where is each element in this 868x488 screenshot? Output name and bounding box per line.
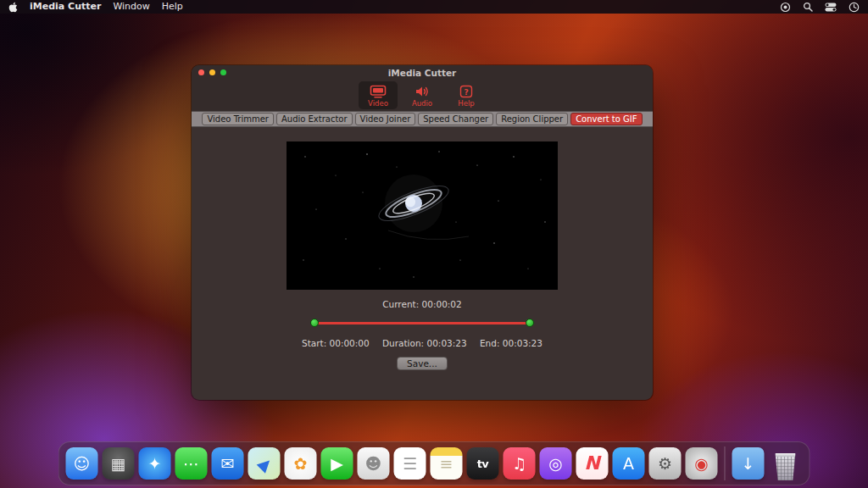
settings-gear-icon: ⚙ [658, 456, 672, 472]
window-content: Current: 00:00:02 Start: 00:00:00 Durati… [192, 127, 653, 370]
screen-record-icon[interactable] [780, 2, 791, 13]
window-toolbar: Video Audio ? Help [192, 80, 653, 111]
dock-icon-messages[interactable]: ⋯ [175, 447, 208, 480]
end-time-label: End: 00:03:23 [480, 338, 542, 348]
spotlight-search-icon[interactable] [803, 2, 813, 12]
toolbar-label-audio: Audio [412, 100, 432, 108]
toolbar-label-help: Help [458, 100, 474, 108]
start-time-label: Start: 00:00:00 [302, 338, 370, 348]
reminders-list-icon: ☰ [403, 456, 417, 472]
app-store-icon: A [623, 456, 634, 472]
imedia-cutter-app-icon: ◉ [694, 456, 709, 472]
time-labels-row: Start: 00:00:00 Duration: 00:03:23 End: … [302, 338, 542, 348]
tab-speed-changer[interactable]: Speed Changer [418, 113, 493, 125]
tab-video-trimmer[interactable]: Video Trimmer [202, 113, 273, 125]
dock-icon-news[interactable]: N [576, 447, 609, 480]
video-preview [287, 141, 558, 290]
menu-app-name[interactable]: iMedia Cutter [30, 0, 101, 14]
dock: ☺ ▦ ✦ ⋯ ✉ ▶ ✿ ▶ ☻ ☰ ≡ tv ♫ ◎ N A ⚙ ◉ ↓ [58, 441, 810, 485]
dock-icon-launchpad[interactable]: ▦ [103, 447, 135, 480]
duration-label: Duration: 00:03:23 [382, 338, 467, 348]
tab-region-clipper[interactable]: Region Clipper [496, 113, 568, 125]
trim-end-handle[interactable] [526, 319, 534, 327]
dock-icon-imedia-cutter[interactable]: ◉ [686, 447, 718, 480]
imedia-cutter-window: iMedia Cutter Video Audio ? Help Video T… [192, 65, 653, 400]
zoom-button[interactable] [220, 69, 226, 75]
dock-icon-podcasts[interactable]: ◎ [540, 447, 572, 480]
trim-slider-track[interactable] [312, 322, 532, 324]
dock-icon-reminders[interactable]: ☰ [394, 447, 426, 480]
messages-bubble-icon: ⋯ [183, 456, 199, 472]
dock-icon-maps[interactable]: ▶ [248, 447, 281, 480]
audio-speaker-icon [415, 84, 430, 99]
facetime-camera-icon: ▶ [331, 456, 343, 472]
dock-icon-contacts[interactable]: ☻ [358, 447, 390, 480]
svg-text:?: ? [464, 87, 468, 96]
toolbar-item-audio[interactable]: Audio [403, 81, 442, 109]
clock-icon[interactable] [849, 2, 860, 13]
dock-icon-facetime[interactable]: ▶ [321, 447, 353, 480]
minimize-button[interactable] [209, 69, 215, 75]
podcasts-icon: ◎ [548, 456, 563, 472]
dock-icon-apple-tv[interactable]: tv [467, 447, 499, 480]
trash-icon [775, 453, 797, 480]
close-button[interactable] [198, 69, 204, 75]
video-display-icon [370, 84, 387, 99]
menu-bar: iMedia Cutter Window Help [0, 0, 868, 14]
contacts-person-icon: ☻ [365, 456, 382, 472]
toolbar-label-video: Video [368, 100, 388, 108]
control-center-icon[interactable] [825, 3, 837, 12]
current-time-label: Current: 00:00:02 [382, 299, 461, 309]
dock-icon-downloads[interactable]: ↓ [732, 447, 765, 480]
help-question-icon: ? [459, 84, 473, 99]
dock-icon-mail[interactable]: ✉ [212, 447, 244, 480]
mode-tabstrip: Video Trimmer Audio Extractor Video Join… [192, 111, 653, 127]
dock-icon-finder[interactable]: ☺ [66, 447, 98, 480]
trim-start-handle[interactable] [310, 319, 319, 327]
launchpad-icon: ▦ [111, 456, 126, 472]
toolbar-item-help[interactable]: ? Help [447, 81, 486, 109]
music-note-icon: ♫ [512, 456, 526, 472]
menu-help[interactable]: Help [162, 0, 183, 14]
notes-lines-icon: ≡ [440, 456, 453, 472]
trim-slider[interactable] [312, 319, 532, 327]
apple-menu-icon[interactable] [8, 2, 18, 13]
window-title: iMedia Cutter [388, 68, 457, 78]
photos-flower-icon: ✿ [294, 456, 308, 472]
mail-envelope-icon: ✉ [221, 456, 235, 472]
dock-icon-settings[interactable]: ⚙ [649, 447, 682, 480]
downloads-folder-icon: ↓ [742, 456, 755, 472]
dock-icon-safari[interactable]: ✦ [139, 447, 171, 480]
dock-icon-app-store[interactable]: A [613, 447, 645, 480]
dock-icon-notes[interactable]: ≡ [431, 447, 463, 480]
tab-video-joiner[interactable]: Video Joiner [355, 113, 416, 125]
dock-icon-music[interactable]: ♫ [504, 447, 536, 480]
toolbar-item-video[interactable]: Video [359, 81, 398, 109]
save-button[interactable]: Save... [397, 357, 448, 370]
tab-audio-extractor[interactable]: Audio Extractor [276, 113, 353, 125]
maps-arrow-icon: ▶ [254, 453, 275, 474]
menu-window[interactable]: Window [113, 0, 149, 14]
window-titlebar: iMedia Cutter [192, 65, 653, 80]
news-icon: N [584, 454, 599, 473]
tab-convert-to-gif[interactable]: Convert to GIF [570, 113, 642, 125]
dock-separator [725, 446, 726, 480]
dock-icon-photos[interactable]: ✿ [285, 447, 317, 480]
apple-tv-icon: tv [477, 458, 489, 469]
safari-compass-icon: ✦ [148, 456, 162, 472]
dock-icon-trash[interactable] [769, 446, 803, 480]
finder-icon: ☺ [74, 456, 91, 472]
